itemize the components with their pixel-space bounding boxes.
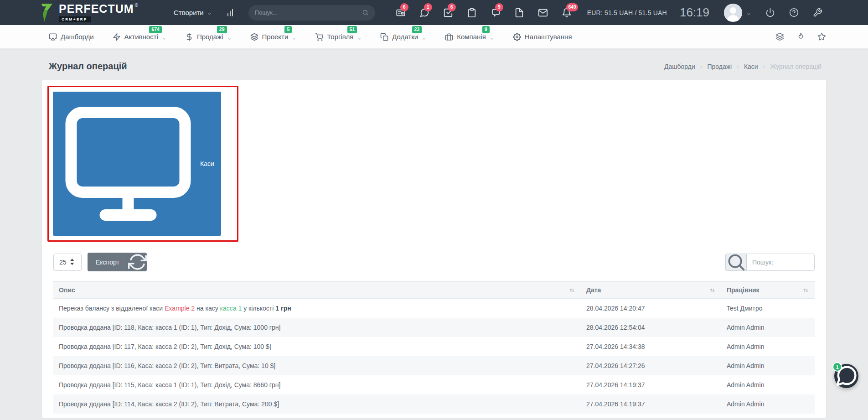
column-header[interactable]: Опис [53, 282, 581, 299]
operation-description: Проводка додана [ID: 116, Каса: касса 2 … [53, 356, 581, 375]
documents-button[interactable] [514, 8, 524, 18]
statistics-icon[interactable] [226, 8, 235, 17]
table-row[interactable]: Проводка додана [ID: 116, Каса: касса 2 … [53, 356, 815, 375]
cash-register-link[interactable]: касса 1 [220, 305, 242, 312]
operation-description: Проводка додана [ID: 114, Каса: касса 2 … [53, 394, 581, 414]
page-title: Журнал операцій [49, 61, 127, 72]
tasks-button[interactable]: 6 [443, 8, 453, 18]
table-controls: 25 Експорт [53, 253, 815, 271]
chat-button[interactable]: 1 [419, 8, 429, 18]
fire-icon[interactable] [796, 32, 805, 41]
breadcrumb-item[interactable]: Каси [744, 63, 758, 70]
favorites-icon[interactable] [817, 32, 826, 41]
nav-item-sales[interactable]: Продажі29 [185, 33, 232, 41]
logo[interactable]: PERFECTUM ® CRM+ERP [39, 3, 138, 22]
operation-employee: Admin Admin [721, 318, 815, 337]
nav-item-settings[interactable]: Налаштування [513, 33, 572, 41]
chevron-down-icon [357, 35, 362, 39]
operation-employee: Admin Admin [721, 414, 815, 420]
content-card: Каси 25 Експорт ОписДатаПрацівник Перека… [42, 80, 826, 418]
table-header-row: ОписДатаПрацівник [53, 282, 815, 299]
user-menu[interactable] [724, 4, 751, 22]
page-size-select[interactable]: 25 [53, 254, 82, 271]
page-head: Журнал операцій Дашборди›Продажі›Каси›Жу… [0, 49, 868, 72]
comments-button[interactable]: 9 [491, 8, 501, 18]
table-row[interactable]: Проводка додана [ID: 115, Каса: касса 1 … [53, 375, 815, 394]
column-label: Працівник [727, 286, 760, 294]
cash-register-link[interactable]: Example 2 [165, 305, 195, 312]
description-text: Проводка додана [ID: 118, Каса: касса 1 … [59, 324, 280, 331]
nav-item-label: Налаштування [525, 33, 572, 41]
nav-right-icons [775, 32, 826, 41]
nav-count-badge: 5 [284, 26, 292, 33]
create-dropdown[interactable]: Створити [174, 9, 212, 16]
operation-employee: Admin Admin [721, 356, 815, 375]
export-button[interactable]: Експорт [88, 253, 128, 271]
nav-item-projects[interactable]: Проекти5 [250, 33, 297, 41]
sort-icon[interactable] [568, 287, 575, 294]
nav-item-dashboards[interactable]: Дашборди [49, 33, 94, 41]
sort-icon[interactable] [709, 287, 716, 294]
clipboard-button[interactable] [467, 8, 477, 18]
table-row[interactable]: Проводка додана [ID: 114, Каса: касса 2 … [53, 394, 815, 414]
mail-button[interactable] [538, 8, 548, 18]
chevron-down-icon [207, 10, 212, 15]
operation-date: 27.04.2026 14:34:38 [581, 337, 721, 356]
nav-item-label: Дашборди [61, 33, 94, 41]
nav-count-badge: 51 [347, 26, 357, 33]
global-search[interactable] [248, 5, 375, 21]
breadcrumb-item[interactable]: Дашборди [664, 63, 695, 70]
nav-item-activities[interactable]: Активності674 [113, 33, 166, 41]
brand-name: PERFECTUM [59, 3, 134, 15]
column-header[interactable]: Дата [581, 282, 721, 299]
breadcrumb-separator: › [700, 63, 703, 70]
operations-table-body: Переказ балансу з віддаленої каси Exampl… [53, 299, 815, 420]
global-search-input[interactable] [255, 9, 362, 16]
table-search [725, 254, 815, 271]
breadcrumb-separator: › [763, 63, 765, 70]
annotation-highlight: Каси [47, 86, 238, 242]
tasks-badge: 6 [448, 3, 456, 11]
nav-item-company[interactable]: Компанія9 [445, 33, 494, 41]
operation-date: 27.04.2026 14:19:37 [581, 394, 721, 414]
operation-employee: Admin Admin [721, 337, 815, 356]
cash-registers-button[interactable]: Каси [53, 92, 221, 236]
table-search-icon-box [725, 254, 746, 271]
planner-button[interactable]: 6 [396, 8, 406, 18]
notifications-button[interactable]: 649 [562, 8, 572, 18]
mail-icon [538, 8, 548, 18]
copy-icon [380, 33, 388, 41]
help-icon[interactable] [789, 8, 799, 17]
table-row[interactable]: Проводка додана [ID: 113, Каса: касса 4 … [53, 414, 815, 420]
nav-item-trade[interactable]: Торгівля51 [315, 33, 362, 41]
chat-widget-button[interactable]: 1 [834, 364, 858, 388]
table-row[interactable]: Проводка додана [ID: 118, Каса: касса 1 … [53, 318, 815, 337]
dollar-icon [185, 33, 193, 41]
chevron-down-icon [490, 35, 494, 39]
nav-item-label: Продажі [197, 33, 223, 41]
settings-wrench-icon[interactable] [813, 8, 822, 17]
refresh-button[interactable] [128, 253, 147, 271]
nav-item-addons[interactable]: Додатки23 [380, 33, 426, 41]
operation-date: 28.04.2026 14:20:47 [581, 299, 721, 318]
table-row[interactable]: Проводка додана [ID: 117, Каса: касса 2 … [53, 337, 815, 356]
column-label: Дата [586, 286, 601, 294]
logout-icon[interactable] [765, 8, 775, 17]
description-text: 1 грн [275, 305, 291, 312]
stack-icon[interactable] [775, 32, 784, 41]
table-search-input[interactable] [746, 254, 815, 271]
clipboard-icon [467, 8, 477, 18]
table-row[interactable]: Переказ балансу з віддаленої каси Exampl… [53, 299, 815, 318]
nav-item-label: Проекти [262, 33, 289, 41]
page-size-value: 25 [59, 259, 67, 266]
column-header[interactable]: Працівник [721, 282, 815, 299]
brand-registered-mark: ® [135, 3, 138, 8]
breadcrumb: Дашборди›Продажі›Каси›Журнал операцій [664, 63, 822, 70]
chevron-down-icon [746, 10, 751, 15]
breadcrumb-item[interactable]: Продажі [707, 63, 732, 70]
nav-count-badge: 23 [412, 26, 422, 33]
operation-description: Переказ балансу з віддаленої каси Exampl… [53, 299, 581, 318]
sort-icon[interactable] [802, 287, 809, 294]
create-label: Створити [174, 9, 204, 16]
brand-tagline: CRM+ERP [59, 16, 91, 22]
